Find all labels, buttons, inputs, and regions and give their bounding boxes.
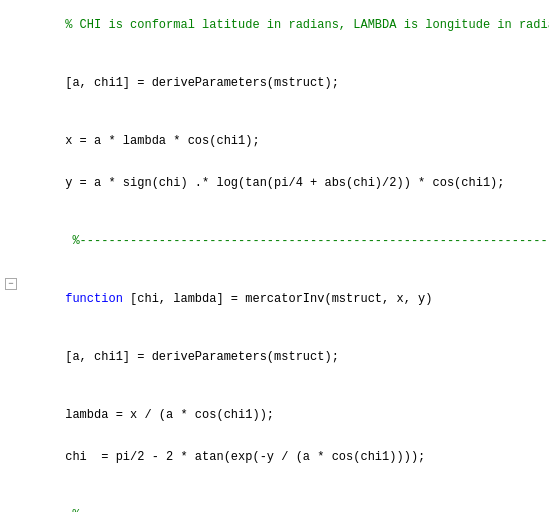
code-line: y = a * sign(chi) .* log(tan(pi/4 + abs(… xyxy=(0,162,549,204)
code-line xyxy=(0,204,549,220)
fold-icon[interactable]: − xyxy=(5,278,17,290)
code-text: y = a * sign(chi) .* log(tan(pi/4 + abs(… xyxy=(65,176,504,190)
code-line xyxy=(0,104,549,120)
code-line: [a, chi1] = deriveParameters(mstruct); xyxy=(0,62,549,104)
line-content: lambda = x / (a * cos(chi1)); xyxy=(18,394,545,436)
code-line: lambda = x / (a * cos(chi1)); xyxy=(0,394,549,436)
keyword-function: function xyxy=(65,292,130,306)
line-content: % CHI is conformal latitude in radians, … xyxy=(18,4,549,46)
code-text: x = a * lambda * cos(chi1); xyxy=(65,134,259,148)
code-text: chi = pi/2 - 2 * atan(exp(-y / (a * cos(… xyxy=(65,450,425,464)
function-header-content: function [chi, lambda] = mercatorInv(mst… xyxy=(18,278,545,320)
code-line: % CHI is conformal latitude in radians, … xyxy=(0,4,549,46)
line-content xyxy=(18,378,545,392)
separator-line-row: %---------------------------------------… xyxy=(0,220,549,262)
code-text: [a, chi1] = deriveParameters(mstruct); xyxy=(65,350,339,364)
separator-line-row-2: %---------------------------------------… xyxy=(0,494,549,512)
line-content xyxy=(18,262,545,276)
line-content xyxy=(18,46,545,60)
line-content: chi = pi/2 - 2 * atan(exp(-y / (a * cos(… xyxy=(18,436,545,478)
separator-content: %---------------------------------------… xyxy=(18,494,549,512)
line-content: [a, chi1] = deriveParameters(mstruct); xyxy=(18,336,545,378)
code-editor: % CHI is conformal latitude in radians, … xyxy=(0,0,549,512)
line-content xyxy=(18,478,545,492)
line-content: [a, chi1] = deriveParameters(mstruct); xyxy=(18,62,545,104)
separator-text: %---------------------------------------… xyxy=(65,234,549,248)
separator-text-2: %---------------------------------------… xyxy=(65,508,549,512)
fold-gutter[interactable]: − xyxy=(4,278,18,290)
line-content: x = a * lambda * cos(chi1); xyxy=(18,120,545,162)
line-content: y = a * sign(chi) .* log(tan(pi/4 + abs(… xyxy=(18,162,545,204)
code-text: [a, chi1] = deriveParameters(mstruct); xyxy=(65,76,339,90)
code-line xyxy=(0,262,549,278)
code-line xyxy=(0,46,549,62)
function-header-mercatorinv: − function [chi, lambda] = mercatorInv(m… xyxy=(0,278,549,320)
code-line xyxy=(0,320,549,336)
code-line: x = a * lambda * cos(chi1); xyxy=(0,120,549,162)
line-content xyxy=(18,104,545,118)
code-line xyxy=(0,378,549,394)
code-line: chi = pi/2 - 2 * atan(exp(-y / (a * cos(… xyxy=(0,436,549,478)
line-content xyxy=(18,204,545,218)
separator-content: %---------------------------------------… xyxy=(18,220,549,262)
function-signature: [chi, lambda] = mercatorInv(mstruct, x, … xyxy=(130,292,432,306)
code-line: [a, chi1] = deriveParameters(mstruct); xyxy=(0,336,549,378)
line-content xyxy=(18,320,545,334)
code-line xyxy=(0,478,549,494)
comment-text: % CHI is conformal latitude in radians, … xyxy=(65,18,549,32)
code-text: lambda = x / (a * cos(chi1)); xyxy=(65,408,274,422)
